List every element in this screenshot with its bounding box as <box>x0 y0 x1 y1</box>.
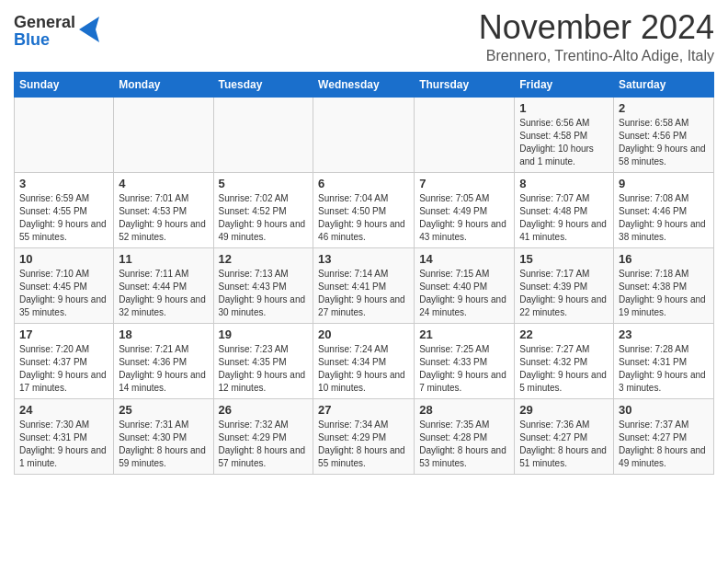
day-info: Sunrise: 7:25 AM Sunset: 4:33 PM Dayligh… <box>419 343 509 395</box>
calendar-cell: 7Sunrise: 7:05 AM Sunset: 4:49 PM Daylig… <box>415 172 515 247</box>
day-info: Sunrise: 7:27 AM Sunset: 4:32 PM Dayligh… <box>519 343 609 395</box>
day-info: Sunrise: 7:32 AM Sunset: 4:29 PM Dayligh… <box>219 419 309 470</box>
day-info: Sunrise: 7:14 AM Sunset: 4:41 PM Dayligh… <box>318 268 409 319</box>
calendar-cell: 15Sunrise: 7:17 AM Sunset: 4:39 PM Dayli… <box>515 247 614 323</box>
day-info: Sunrise: 7:20 AM Sunset: 4:37 PM Dayligh… <box>19 343 108 395</box>
day-number: 1 <box>519 101 609 115</box>
day-number: 17 <box>19 327 108 341</box>
calendar-cell: 24Sunrise: 7:30 AM Sunset: 4:31 PM Dayli… <box>15 398 114 474</box>
weekday-header-monday: Monday <box>114 72 213 97</box>
title-section: November 2024 Brennero, Trentino-Alto Ad… <box>479 9 714 64</box>
day-number: 27 <box>318 403 409 417</box>
page-header: General Blue November 2024 Brennero, Tre… <box>14 9 714 64</box>
logo: General Blue <box>14 9 99 49</box>
calendar-table: SundayMondayTuesdayWednesdayThursdayFrid… <box>14 72 714 475</box>
day-number: 26 <box>219 403 309 417</box>
logo-bird-icon <box>79 17 99 42</box>
calendar-cell: 1Sunrise: 6:56 AM Sunset: 4:58 PM Daylig… <box>515 97 614 172</box>
day-info: Sunrise: 6:58 AM Sunset: 4:56 PM Dayligh… <box>619 117 709 168</box>
day-info: Sunrise: 7:23 AM Sunset: 4:35 PM Dayligh… <box>219 343 309 395</box>
day-number: 11 <box>119 252 208 266</box>
day-info: Sunrise: 7:18 AM Sunset: 4:38 PM Dayligh… <box>619 268 709 319</box>
logo-blue-text: Blue <box>14 31 75 49</box>
day-info: Sunrise: 7:15 AM Sunset: 4:40 PM Dayligh… <box>419 268 509 319</box>
day-number: 14 <box>419 252 509 266</box>
weekday-header-thursday: Thursday <box>415 72 515 97</box>
day-number: 29 <box>519 403 609 417</box>
day-info: Sunrise: 7:36 AM Sunset: 4:27 PM Dayligh… <box>519 419 609 470</box>
month-title: November 2024 <box>479 9 714 46</box>
svg-marker-0 <box>79 17 99 42</box>
day-info: Sunrise: 7:21 AM Sunset: 4:36 PM Dayligh… <box>119 343 208 395</box>
day-info: Sunrise: 7:31 AM Sunset: 4:30 PM Dayligh… <box>119 419 208 470</box>
day-info: Sunrise: 6:59 AM Sunset: 4:55 PM Dayligh… <box>19 192 108 244</box>
day-number: 30 <box>619 403 709 417</box>
calendar-cell <box>415 97 515 172</box>
weekday-header-saturday: Saturday <box>614 72 714 97</box>
day-info: Sunrise: 7:17 AM Sunset: 4:39 PM Dayligh… <box>519 268 609 319</box>
day-info: Sunrise: 7:04 AM Sunset: 4:50 PM Dayligh… <box>318 192 409 244</box>
day-info: Sunrise: 7:07 AM Sunset: 4:48 PM Dayligh… <box>519 192 609 244</box>
calendar-cell <box>114 97 213 172</box>
logo-general-text: General <box>14 14 75 31</box>
weekday-header-wednesday: Wednesday <box>313 72 415 97</box>
day-info: Sunrise: 7:37 AM Sunset: 4:27 PM Dayligh… <box>619 419 709 470</box>
calendar-cell: 29Sunrise: 7:36 AM Sunset: 4:27 PM Dayli… <box>515 398 614 474</box>
weekday-header-tuesday: Tuesday <box>213 72 313 97</box>
calendar-cell: 27Sunrise: 7:34 AM Sunset: 4:29 PM Dayli… <box>313 398 415 474</box>
week-row-2: 3Sunrise: 6:59 AM Sunset: 4:55 PM Daylig… <box>15 172 714 247</box>
calendar-cell: 28Sunrise: 7:35 AM Sunset: 4:28 PM Dayli… <box>415 398 515 474</box>
day-number: 21 <box>419 327 509 341</box>
weekday-header-sunday: Sunday <box>15 72 114 97</box>
calendar-cell: 26Sunrise: 7:32 AM Sunset: 4:29 PM Dayli… <box>213 398 313 474</box>
day-info: Sunrise: 7:08 AM Sunset: 4:46 PM Dayligh… <box>619 192 709 244</box>
day-number: 18 <box>119 327 208 341</box>
calendar-cell: 5Sunrise: 7:02 AM Sunset: 4:52 PM Daylig… <box>213 172 313 247</box>
day-number: 12 <box>219 252 309 266</box>
day-info: Sunrise: 7:35 AM Sunset: 4:28 PM Dayligh… <box>419 419 509 470</box>
day-number: 15 <box>519 252 609 266</box>
location: Brennero, Trentino-Alto Adige, Italy <box>479 48 714 64</box>
day-number: 10 <box>19 252 108 266</box>
day-number: 6 <box>318 177 409 190</box>
calendar-cell: 12Sunrise: 7:13 AM Sunset: 4:43 PM Dayli… <box>213 247 313 323</box>
day-number: 3 <box>19 177 108 190</box>
calendar-cell: 11Sunrise: 7:11 AM Sunset: 4:44 PM Dayli… <box>114 247 213 323</box>
weekday-header-row: SundayMondayTuesdayWednesdayThursdayFrid… <box>15 72 714 97</box>
day-number: 25 <box>119 403 208 417</box>
day-info: Sunrise: 7:24 AM Sunset: 4:34 PM Dayligh… <box>318 343 409 395</box>
calendar-cell: 18Sunrise: 7:21 AM Sunset: 4:36 PM Dayli… <box>114 323 213 398</box>
calendar-cell: 10Sunrise: 7:10 AM Sunset: 4:45 PM Dayli… <box>15 247 114 323</box>
calendar-cell: 21Sunrise: 7:25 AM Sunset: 4:33 PM Dayli… <box>415 323 515 398</box>
week-row-1: 1Sunrise: 6:56 AM Sunset: 4:58 PM Daylig… <box>15 97 714 172</box>
day-info: Sunrise: 7:30 AM Sunset: 4:31 PM Dayligh… <box>19 419 108 470</box>
calendar-cell: 19Sunrise: 7:23 AM Sunset: 4:35 PM Dayli… <box>213 323 313 398</box>
calendar-cell <box>213 97 313 172</box>
calendar-cell: 30Sunrise: 7:37 AM Sunset: 4:27 PM Dayli… <box>614 398 714 474</box>
day-number: 19 <box>219 327 309 341</box>
calendar-cell: 3Sunrise: 6:59 AM Sunset: 4:55 PM Daylig… <box>15 172 114 247</box>
day-number: 5 <box>219 177 309 190</box>
calendar-cell: 23Sunrise: 7:28 AM Sunset: 4:31 PM Dayli… <box>614 323 714 398</box>
week-row-4: 17Sunrise: 7:20 AM Sunset: 4:37 PM Dayli… <box>15 323 714 398</box>
calendar-cell: 8Sunrise: 7:07 AM Sunset: 4:48 PM Daylig… <box>515 172 614 247</box>
calendar-cell: 16Sunrise: 7:18 AM Sunset: 4:38 PM Dayli… <box>614 247 714 323</box>
day-number: 16 <box>619 252 709 266</box>
day-info: Sunrise: 6:56 AM Sunset: 4:58 PM Dayligh… <box>519 117 609 168</box>
day-number: 23 <box>619 327 709 341</box>
day-info: Sunrise: 7:11 AM Sunset: 4:44 PM Dayligh… <box>119 268 208 319</box>
week-row-5: 24Sunrise: 7:30 AM Sunset: 4:31 PM Dayli… <box>15 398 714 474</box>
day-number: 4 <box>119 177 208 190</box>
day-info: Sunrise: 7:05 AM Sunset: 4:49 PM Dayligh… <box>419 192 509 244</box>
day-info: Sunrise: 7:10 AM Sunset: 4:45 PM Dayligh… <box>19 268 108 319</box>
day-number: 22 <box>519 327 609 341</box>
day-number: 13 <box>318 252 409 266</box>
day-number: 7 <box>419 177 509 190</box>
day-number: 2 <box>619 101 709 115</box>
calendar-cell: 6Sunrise: 7:04 AM Sunset: 4:50 PM Daylig… <box>313 172 415 247</box>
calendar-cell: 20Sunrise: 7:24 AM Sunset: 4:34 PM Dayli… <box>313 323 415 398</box>
week-row-3: 10Sunrise: 7:10 AM Sunset: 4:45 PM Dayli… <box>15 247 714 323</box>
day-number: 8 <box>519 177 609 190</box>
day-number: 20 <box>318 327 409 341</box>
day-info: Sunrise: 7:34 AM Sunset: 4:29 PM Dayligh… <box>318 419 409 470</box>
